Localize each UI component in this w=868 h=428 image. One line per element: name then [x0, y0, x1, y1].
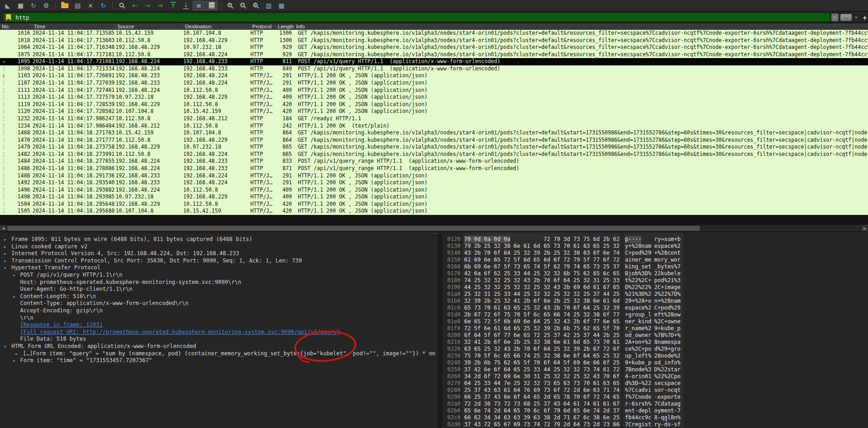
hex-row[interactable]: 02c066 62 34 34 63 63 39 6338 2d 71 67 6…	[442, 414, 868, 421]
detail-tree-item[interactable]: [Response in frame: 1103]	[0, 321, 438, 329]
filter-dropdown-caret-icon[interactable]: ▾	[853, 14, 859, 21]
go-to-top-icon[interactable]: ↑	[167, 1, 179, 11]
column-header-no[interactable]: No.	[0, 23, 32, 29]
detail-tree-item[interactable]: Host: prometheus-operated.kubesphere-mon…	[0, 279, 438, 286]
auto-scroll-icon[interactable]: ≡	[193, 1, 205, 11]
hex-row[interactable]: 021032 41 2b 6f 6e 2b 25 3238 6e 61 6d 6…	[442, 339, 868, 346]
display-filter-input[interactable]	[16, 14, 792, 21]
hex-row[interactable]: 01f072 5f 6e 61 6d 65 25 3239 2b 6b 75 6…	[442, 325, 868, 332]
hex-row[interactable]: 029066 25 37 43 6e 6f 64 652d 65 78 70 6…	[442, 394, 868, 401]
detail-tree-item[interactable]: User-Agent: Go-http-client/1.1\r\n	[0, 286, 438, 293]
hex-row[interactable]: 01d02b 67 72 6f 75 70 5f 6c65 66 74 25 3…	[442, 311, 868, 318]
column-header-info[interactable]: Info	[294, 23, 868, 29]
hex-row[interactable]: 013079 2b 25 32 38 6e 61 6d65 73 70 61 6…	[442, 243, 868, 250]
filter-add-button[interactable]: +	[862, 14, 868, 21]
collapsed-arrow-icon[interactable]: ▸	[13, 357, 16, 364]
hex-row[interactable]: 01a025 32 31 25 33 44 25 3232 25 32 32 2…	[442, 291, 868, 298]
hex-row[interactable]: 015061 69 6e 65 72 5f 6d 656d 6f 72 79 5…	[442, 257, 868, 263]
hex-row[interactable]: 02d037 43 72 65 67 69 73 7472 79 2d 64 7…	[442, 421, 868, 428]
hex-row[interactable]: 01e06e 65 72 5f 6b 69 6e 6425 32 43 2b 6…	[442, 318, 868, 325]
detail-tree-item[interactable]: ▸Linux cooked capture v2	[0, 243, 438, 251]
packet-row[interactable]: 10752024-11-14 11:04:17.71718110.112.50.…	[0, 51, 868, 59]
hex-row[interactable]: 019044 25 32 32 25 32 32 2532 43 2b 69 6…	[442, 284, 868, 291]
filter-apply-button[interactable]: →	[840, 14, 852, 21]
hex-row[interactable]: 017042 6a 6f 62 25 33 44 2532 32 6b 75 6…	[442, 270, 868, 277]
hex-row[interactable]: 022063 65 25 32 43 2b 70 6f64 25 32 39 2…	[442, 346, 868, 353]
hex-row[interactable]: 023075 70 5f 6c 65 66 74 2532 38 6e 6f 6…	[442, 353, 868, 359]
resize-columns-icon[interactable]: ▥	[263, 1, 275, 11]
collapsed-arrow-icon[interactable]: ▸	[4, 257, 6, 265]
detail-tree-item[interactable]: ▾Hypertext Transfer Protocol	[0, 264, 438, 272]
packet-row[interactable]: ┆14982024-11-14 11:04:18.29398510.97.232…	[0, 193, 868, 201]
collapsed-arrow-icon[interactable]: ▸	[4, 243, 6, 251]
detail-link[interactable]: [Full request URI: http://prometheus-ope…	[20, 329, 340, 335]
packet-row[interactable]: ┆15042024-11-14 11:04:18.295648192.168.4…	[0, 201, 868, 208]
packet-row[interactable]: 10182024-11-14 11:04:17.71360310.112.50.…	[0, 37, 868, 44]
packet-row[interactable]: ┆11112024-11-14 11:04:17.727461192.168.4…	[0, 87, 868, 94]
hex-row[interactable]: 028025 37 43 63 61 64 76 6973 6f 72 2d 6…	[442, 387, 868, 394]
close-file-icon[interactable]: ×	[85, 1, 96, 11]
reload-file-icon[interactable]: ↻	[97, 1, 109, 11]
hex-row[interactable]: 01c065 73 70 61 63 65 25 3243 2b 70 6f 6…	[442, 305, 868, 311]
column-header-protocol[interactable]: Protocol	[250, 23, 276, 29]
packet-row[interactable]: →10952024-11-14 11:04:17.721081192.168.4…	[0, 58, 868, 65]
start-capture-icon[interactable]: ◣	[2, 1, 14, 11]
go-back-icon[interactable]: ←	[129, 1, 141, 11]
scrollbar-left-arrow-icon[interactable]: ◀	[0, 225, 6, 231]
save-file-icon[interactable]: ▤	[72, 1, 84, 11]
hex-row[interactable]: 025037 42 6e 6f 64 65 25 3344 25 32 32 7…	[442, 366, 868, 373]
detail-tree-item[interactable]: Accept-Encoding: gzip\r\n	[0, 307, 438, 315]
restart-capture-icon[interactable]: ↻	[27, 1, 39, 11]
hex-row[interactable]: 02b065 6e 74 2d 64 65 70 6c6f 79 6d 65 6…	[442, 407, 868, 414]
packet-row[interactable]: 10162024-11-14 11:04:17.71358510.15.42.1…	[0, 30, 868, 37]
packet-row[interactable]: ┆14792024-11-14 11:04:18.273758192.168.4…	[0, 144, 868, 151]
display-filter-field[interactable]	[3, 13, 830, 22]
filter-clear-button[interactable]: ×	[831, 14, 838, 21]
hex-row[interactable]: 027064 25 33 44 7e 25 32 3273 65 63 73 7…	[442, 380, 868, 387]
column-header-destination[interactable]: Destination	[183, 23, 250, 29]
packet-row[interactable]: ┆12322024-11-14 11:04:17.98624710.112.50…	[0, 115, 868, 123]
detail-tree-item[interactable]: ▾HTML Form URL Encoded: application/x-ww…	[0, 343, 438, 350]
packet-row[interactable]: ┆14962024-11-14 11:04:18.293882192.168.4…	[0, 187, 868, 194]
hex-row[interactable]: 024039 2b 6b 75 62 65 5f 706f 64 5f 69 6…	[442, 359, 868, 366]
detail-tree-item[interactable]: ▸[…]Form item: "query" = "sum by (namesp…	[0, 350, 438, 358]
expanded-arrow-icon[interactable]: ▾	[4, 264, 6, 272]
detail-link[interactable]: [Response in frame: 1103]	[20, 321, 103, 328]
detail-tree-item[interactable]: [Full request URI: http://prometheus-ope…	[0, 329, 438, 336]
go-to-bottom-icon[interactable]: ↓	[180, 1, 192, 11]
expanded-arrow-icon[interactable]: ▾	[4, 343, 6, 350]
packet-row[interactable]: ┆11132024-11-14 11:04:17.72757910.97.232…	[0, 94, 868, 101]
capture-options-icon[interactable]: ⚙	[40, 1, 52, 11]
hex-row[interactable]: 014043 2b 70 6f 64 25 32 392b 25 32 38 6…	[442, 250, 868, 257]
hex-row[interactable]: 026034 2d 6f 72 69 6e 30 3125 32 32 25 3…	[442, 373, 868, 380]
detail-tree-item[interactable]: ▸POST /api/v1/query HTTP/1.1\r\n	[0, 272, 438, 279]
packet-row[interactable]: ┆14842024-11-14 11:04:18.277855192.168.4…	[0, 158, 868, 165]
hex-row[interactable]: 01b032 39 2b 25 32 41 2b 6f6e 2b 25 32 3…	[442, 298, 868, 305]
packet-row[interactable]: ┆14822024-11-14 11:04:18.27399110.112.50…	[0, 151, 868, 158]
column-header-time[interactable]: Time	[32, 23, 116, 29]
collapsed-arrow-icon[interactable]: ▸	[4, 250, 6, 257]
packet-row[interactable]: ┆11072024-11-14 11:04:17.727039192.168.4…	[0, 80, 868, 87]
hex-row[interactable]: 012070 0d 0a 0d 0a 71 75 6572 79 3d 73 7…	[442, 236, 868, 243]
detail-tree-item[interactable]: File Data: 518 bytes	[0, 336, 438, 343]
packet-row[interactable]: ┆14702024-11-14 11:04:18.27177710.112.50…	[0, 137, 868, 144]
hex-row[interactable]: 01606b 69 6e 67 5f 73 65 745f 62 79 74 6…	[442, 263, 868, 270]
go-forward-icon[interactable]: →	[142, 1, 153, 11]
detail-tree-item[interactable]: ▸Transmission Control Protocol, Src Port…	[0, 257, 438, 265]
packet-row[interactable]: ┆10982024-11-14 11:04:17.721334192.168.4…	[0, 65, 868, 73]
scrollbar-right-arrow-icon[interactable]: ▶	[862, 225, 868, 231]
detail-tree-item[interactable]: Content-Type: application/x-www-form-url…	[0, 300, 438, 307]
column-header-source[interactable]: Source	[116, 23, 183, 29]
find-packet-icon[interactable]	[116, 1, 128, 11]
collapsed-arrow-icon[interactable]: ▸	[4, 236, 6, 243]
detail-tree-item[interactable]: ▸Frame 1095: 811 bytes on wire (6488 bit…	[0, 236, 438, 243]
stop-capture-icon[interactable]: ■	[15, 1, 26, 11]
collapsed-arrow-icon[interactable]: ▸	[13, 272, 16, 279]
column-layout-icon[interactable]: ▦	[275, 1, 287, 11]
packet-row[interactable]: 10642024-11-14 11:04:17.716348192.168.48…	[0, 44, 868, 51]
detail-tree-item[interactable]: \r\n	[0, 315, 438, 322]
zoom-out-icon[interactable]: −	[237, 1, 249, 11]
go-to-packet-icon[interactable]: ⇒	[154, 1, 166, 11]
packet-row[interactable]: ┆15052024-11-14 11:04:18.29568810.107.10…	[0, 208, 868, 215]
packet-row[interactable]: ┆14682024-11-14 11:04:18.27176310.15.42.…	[0, 129, 868, 137]
